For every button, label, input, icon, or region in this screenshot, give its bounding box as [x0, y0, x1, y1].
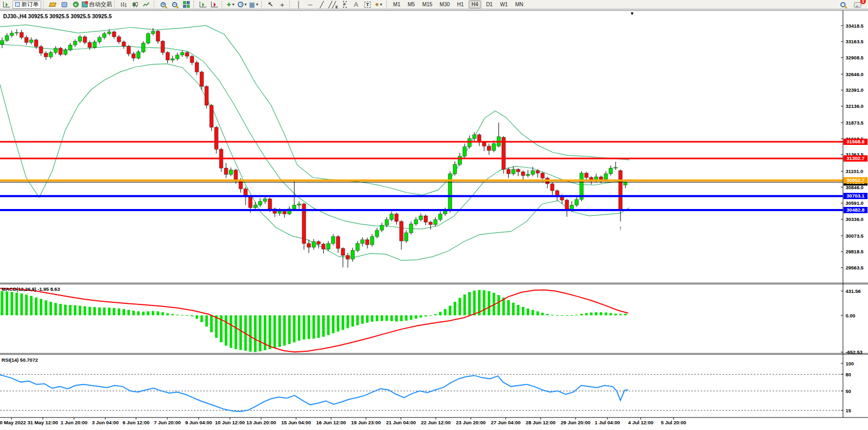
candles [1, 28, 628, 268]
auto-trading-label: 自动交易 [89, 1, 112, 8]
rsi-axis-label: 100 [846, 361, 854, 366]
time-axis-label: 31 May 12:00 [28, 420, 58, 425]
time-axis-label: 23 Jun 20:00 [456, 420, 485, 425]
time-axis-label: 22 Jun 12:00 [421, 420, 450, 425]
templates-button[interactable]: ▦▼ [249, 1, 259, 9]
time-axis-label: 13 Jun 20:00 [246, 420, 276, 425]
time-axis-label: 3 Jun 04:00 [92, 420, 119, 425]
arrows-tool-icon[interactable]: ◆▼ [374, 1, 384, 9]
time-axis-label: 30 May 2022 [0, 420, 26, 425]
level-price-label: 30482.8 [843, 207, 867, 213]
price-axis-label: 31101.0 [846, 168, 863, 174]
timeframe-M30[interactable]: M30 [437, 1, 452, 8]
time-axis-label: 10 Jun 12:00 [215, 420, 244, 425]
indicators-button[interactable]: +▼ [226, 1, 236, 9]
price-axis-label: 30336.0 [846, 216, 863, 222]
level-price-label: 30952.7 [843, 177, 867, 183]
timeframe-H1[interactable]: H1 [455, 1, 467, 8]
rsi-axis-label: 50 [846, 388, 851, 394]
time-axis-label: 16 Jun 12:00 [316, 420, 346, 425]
vertical-line-icon[interactable]: │ [294, 1, 304, 9]
chat-icon[interactable]: 1 [852, 1, 863, 9]
price-axis-label: 33163.5 [846, 39, 863, 44]
price-axis-label: 29563.5 [846, 265, 863, 271]
candlestick-chart-icon[interactable] [130, 1, 140, 9]
auto-scroll-icon[interactable] [198, 1, 208, 9]
time-axis-label: 7 Jun 20:00 [154, 420, 181, 425]
timeframe-MN[interactable]: MN [512, 1, 526, 8]
time-axis-label: 27 Jun 04:00 [491, 420, 520, 425]
chart-shift-icon[interactable] [209, 1, 219, 9]
time-axis-label: 19 Jun 23:00 [351, 420, 381, 425]
equidistant-channel-icon[interactable]: ╱╱E [328, 1, 338, 9]
time-axis-label: 1 Jul 04:00 [595, 420, 620, 425]
timeframe-H4[interactable]: H4 [469, 1, 482, 8]
bollinger-bands [0, 25, 629, 261]
chart-title: DJ30-,H4 30925.5 30925.5 30925.5 30925.5 [3, 13, 112, 19]
new-order-button[interactable]: 新订单 [13, 1, 41, 9]
price-axis-label: 32908.5 [846, 55, 863, 60]
notification-badge: 1 [860, 0, 866, 4]
horizontal-line-icon[interactable]: ─ [305, 1, 315, 9]
toolbar-separator [154, 1, 156, 8]
rsi-label: RSI(14) 50.7072 [2, 357, 38, 363]
market-icon[interactable] [47, 1, 58, 9]
chart-window: DJ30-,H4 30925.5 30925.5 30925.5 30925.5… [0, 10, 868, 430]
toolbar-separator [43, 1, 45, 8]
toolbar-separator [193, 1, 195, 8]
chart-shift-marker: ▼ [630, 11, 634, 16]
time-axis-label: 5 Jul 20:00 [661, 420, 687, 425]
toolbar-separator [114, 1, 116, 8]
hosting-icon[interactable] [59, 1, 69, 9]
time-axis-label: 4 Jul 12:00 [628, 420, 654, 425]
timeframe-D1[interactable]: D1 [483, 1, 495, 8]
chart-canvas[interactable] [0, 10, 868, 430]
macd-axis-label: -652.53 [846, 349, 862, 355]
rsi-axis-label: 80 [846, 372, 851, 377]
zoom-in-icon[interactable]: + [158, 1, 168, 9]
toolbar: 新订单 自动交易 + − +▼ ▼ ▦▼ ↖ [0, 0, 868, 9]
app-icon [1, 1, 11, 9]
tile-windows-icon[interactable] [181, 1, 191, 9]
signals-icon[interactable] [70, 1, 81, 9]
trendline-icon[interactable]: ╱ [316, 1, 327, 9]
fibonacci-icon[interactable]: F [339, 1, 350, 9]
auto-trading-icon [82, 2, 88, 7]
toolbar-separator [289, 1, 291, 8]
timeframe-M15[interactable]: M15 [420, 1, 435, 8]
macd-axis-label: 431.56 [846, 288, 861, 294]
price-axis-label: 33418.5 [846, 23, 863, 29]
line-chart-icon[interactable] [141, 1, 152, 9]
cursor-icon[interactable]: ↖ [265, 1, 276, 9]
timeframe-M5[interactable]: M5 [405, 1, 418, 8]
price-axis-label: 32391.0 [846, 87, 863, 93]
rsi-axis-label: 15 [846, 408, 851, 413]
macd-label: MACD(12,26,9) -1.95 8.63 [2, 286, 60, 292]
label-tool-icon[interactable]: T [362, 1, 373, 9]
rsi-levels [0, 374, 843, 410]
text-tool-icon[interactable]: A [351, 1, 361, 9]
price-axis-label: 29818.5 [846, 249, 863, 254]
time-axis-label: 21 Jun 04:00 [386, 420, 415, 425]
time-axis-label: 28 Jun 12:00 [525, 420, 555, 425]
crosshair-icon[interactable]: ＋ [277, 1, 287, 9]
bar-chart-icon[interactable] [118, 1, 129, 9]
macd-histogram [1, 290, 627, 352]
new-order-label: 新订单 [21, 1, 39, 8]
rsi-line [0, 375, 628, 411]
level-price-label: 31568.8 [843, 139, 867, 145]
timeframe-M1[interactable]: M1 [390, 1, 403, 8]
toolbar-separator [222, 1, 224, 8]
zoom-out-icon[interactable]: − [169, 1, 180, 9]
buy-arrow-icon: ↑ [619, 224, 622, 232]
price-axis-label: 30591.0 [846, 200, 863, 206]
price-axis-label: 32136.0 [846, 103, 863, 109]
timeframe-W1[interactable]: W1 [497, 1, 510, 8]
search-icon[interactable] [838, 1, 848, 9]
toolbar-separator [386, 1, 388, 8]
auto-trading-button[interactable]: 自动交易 [82, 1, 112, 9]
periods-button[interactable]: ▼ [237, 1, 248, 9]
mt4-window: 新订单 自动交易 + − +▼ ▼ ▦▼ ↖ [0, 0, 868, 430]
time-axis-label: 1 Jun 20:00 [60, 420, 88, 425]
level-price-label: 30703.1 [843, 193, 867, 199]
